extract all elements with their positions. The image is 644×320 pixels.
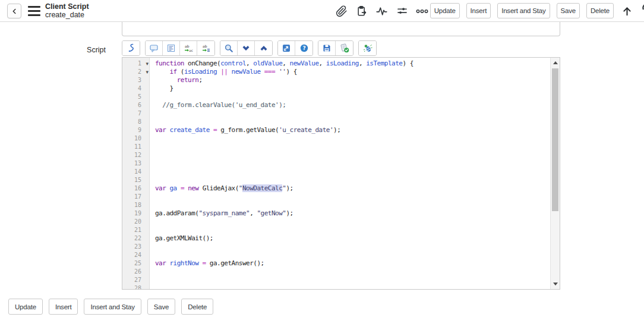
code-line[interactable]: //g_form.clearValue('u_end_date');: [155, 101, 550, 109]
code-line[interactable]: ga.getXMLWait();: [155, 234, 550, 243]
code-line[interactable]: if (isLoading || newValue === '') {: [155, 68, 550, 76]
scrollbar-up-arrow[interactable]: [551, 58, 560, 67]
help-icon: ?: [299, 43, 309, 53]
delete-button[interactable]: Delete: [181, 299, 213, 315]
code-line[interactable]: ga.addParam("sysparm_name", "getNow");: [155, 209, 550, 218]
code-line[interactable]: [155, 251, 550, 259]
code-line[interactable]: [155, 159, 550, 168]
paste-icon[interactable]: [355, 5, 368, 18]
scrollbar-thumb[interactable]: [552, 68, 558, 211]
debug-icon: [363, 43, 372, 53]
delete-button[interactable]: Delete: [586, 3, 614, 18]
save-button[interactable]: Save: [557, 3, 580, 18]
code-line[interactable]: [155, 168, 550, 176]
line-number: 4: [122, 84, 149, 93]
editor-scrollbar[interactable]: [550, 58, 560, 289]
syntax-check-button[interactable]: [336, 41, 353, 55]
code-line[interactable]: [155, 268, 550, 276]
code-line[interactable]: [155, 143, 550, 151]
svg-text:ab: ab: [185, 44, 190, 48]
open-window-icon: [282, 43, 291, 53]
personalize-icon[interactable]: [396, 5, 408, 18]
open-window-button[interactable]: [278, 41, 295, 55]
line-number: 27: [122, 276, 149, 284]
code-line[interactable]: [155, 201, 550, 209]
line-number: 12: [122, 151, 149, 159]
code-line[interactable]: [155, 193, 550, 201]
line-number: 7: [122, 109, 149, 118]
search-button[interactable]: [220, 41, 238, 55]
replace-all-button[interactable]: ab: [197, 41, 214, 55]
code-line[interactable]: var create_date = g_form.getValue('u_cre…: [155, 126, 550, 134]
code-line[interactable]: [155, 176, 550, 184]
syntax-check-icon: [340, 43, 349, 53]
back-button[interactable]: [7, 4, 21, 18]
fold-toggle-icon[interactable]: ▾: [146, 59, 149, 68]
update-button[interactable]: Update: [8, 299, 43, 315]
svg-text:ab: ab: [203, 44, 207, 48]
update-button[interactable]: Update: [430, 3, 460, 18]
code-area[interactable]: function onChange(control, oldValue, new…: [150, 58, 550, 289]
replace-button[interactable]: abac: [180, 41, 197, 55]
svg-text:?: ?: [302, 45, 305, 51]
script-field-label: Script: [53, 46, 106, 54]
more-options-icon[interactable]: [416, 5, 428, 18]
page-title: Client Script: [45, 3, 89, 11]
search-icon: [224, 43, 233, 53]
code-line[interactable]: [155, 284, 550, 290]
header-bar: Client Script create_date UpdateInsertIn…: [0, 0, 644, 22]
line-number: 16: [122, 184, 149, 193]
insert-button[interactable]: Insert: [466, 3, 491, 18]
menu-icon[interactable]: [28, 6, 40, 16]
insert-and-stay-button[interactable]: Insert and Stay: [497, 3, 550, 18]
line-number: 17: [122, 193, 149, 201]
code-editor[interactable]: 1▾2▾345678910111213141516171819202122232…: [122, 57, 560, 290]
line-number-gutter: 1▾2▾345678910111213141516171819202122232…: [122, 58, 150, 289]
format-lines-icon: [166, 43, 176, 53]
line-number: 3: [122, 76, 149, 84]
code-line[interactable]: [155, 118, 550, 126]
chevron-left-icon: [10, 7, 18, 15]
help-button[interactable]: ?: [295, 41, 312, 55]
activity-stream-icon[interactable]: [375, 5, 388, 18]
code-line[interactable]: var ga = new GlideAjax("NowDateCalc");: [155, 184, 550, 193]
line-number: 21: [122, 226, 149, 234]
debug-button[interactable]: [359, 41, 376, 55]
insert-and-stay-button[interactable]: Insert and Stay: [84, 299, 141, 315]
script-format-button[interactable]: [122, 41, 140, 55]
code-line[interactable]: [155, 151, 550, 159]
comment-button[interactable]: [146, 41, 163, 55]
form-field-input[interactable]: [122, 22, 560, 36]
code-line[interactable]: var rightNow = ga.getAnswer();: [155, 259, 550, 268]
code-line[interactable]: [155, 243, 550, 251]
replace-all-icon: ab: [201, 43, 211, 53]
line-number: 19: [122, 209, 149, 218]
save-script-button[interactable]: [318, 41, 336, 55]
format-lines-button[interactable]: [163, 41, 180, 55]
line-number: 11: [122, 143, 149, 151]
line-number: 6: [122, 101, 149, 109]
code-line[interactable]: [155, 109, 550, 118]
fold-toggle-icon[interactable]: ▾: [146, 68, 149, 76]
line-number: 20: [122, 218, 149, 226]
line-number: 24: [122, 251, 149, 259]
collapse-all-button[interactable]: [238, 41, 255, 55]
chevron-up-icon: [259, 43, 269, 53]
line-number: 1▾: [122, 59, 149, 68]
code-line[interactable]: [155, 93, 550, 101]
insert-button[interactable]: Insert: [49, 299, 78, 315]
code-line[interactable]: return;: [155, 76, 550, 84]
code-line[interactable]: [155, 226, 550, 234]
code-line[interactable]: [155, 276, 550, 284]
expand-all-button[interactable]: [255, 41, 272, 55]
code-line[interactable]: [155, 134, 550, 143]
attachment-icon[interactable]: [335, 5, 348, 18]
code-line[interactable]: [155, 218, 550, 226]
code-line[interactable]: function onChange(control, oldValue, new…: [155, 59, 550, 68]
scroll-to-top-icon[interactable]: [621, 4, 633, 18]
save-button[interactable]: Save: [147, 299, 175, 315]
chevron-down-icon: [241, 43, 251, 53]
record-title-block: Client Script create_date: [45, 3, 89, 19]
code-line[interactable]: }: [155, 84, 550, 93]
scrollbar-down-arrow[interactable]: [551, 280, 560, 288]
